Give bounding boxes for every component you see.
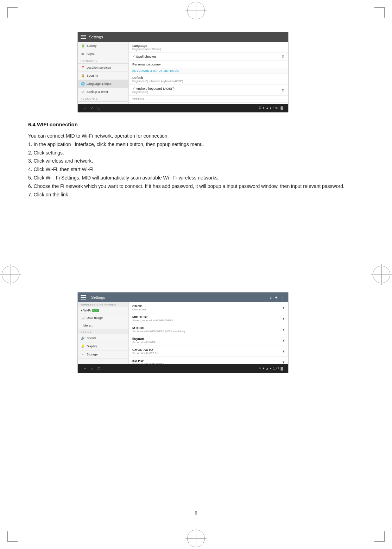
storage-icon: ≡ [81,352,85,356]
spellcheck-label: ✓ Spell checker [132,55,156,58]
content-spellcheck-item[interactable]: ✓ Spell checker ⚙ [129,53,288,61]
recents-button[interactable]: □ [98,106,100,110]
keyboard-section-label: KEYBOARD & INPUT METHODS [129,68,288,74]
back-button[interactable]: ← [83,106,87,110]
midtest-info: MID TEST Saved, secured with WPA/WPA2 [132,315,173,322]
bdhw-info: BD HW Secured with WPA/WPA2... [132,359,166,364]
aosp-sub: English (US) [132,90,175,94]
page-number: 9 [192,509,200,517]
screen1-sidebar: 🔋 Battery ⊞ Apps PERSONAL 📍 Location ser… [78,42,129,104]
sidebar-item-language[interactable]: 🌐 Language & input [78,80,128,88]
language-value: English (United States) [132,48,285,51]
battery-icon: 🔋 [81,44,85,48]
sidebar-wifi-item[interactable]: ▾ Wi-Fi ON [78,307,128,314]
home-button[interactable]: ○ [91,106,94,110]
cmcc-name: CMCC [132,304,146,308]
content-default-item[interactable]: Default English (US) - Android keyboard … [129,74,288,85]
corner-mark-tl [7,7,18,18]
aosp-settings-icon: ⚙ [282,88,285,92]
display-icon: 💡 [81,344,85,348]
crosshair-top [187,2,205,19]
add-icon: + [275,295,278,300]
more-label: More... [83,324,93,327]
dict-label: Personal dictionary [132,62,285,66]
content-speech-item[interactable]: SPEECH [129,96,288,103]
language-icon: 🌐 [81,82,85,86]
back-button2[interactable]: ← [83,366,87,371]
corner-mark-br [374,531,385,542]
sidebar-item-apps[interactable]: ⊞ Apps [78,50,128,58]
battery-status2: ▓ [280,367,283,370]
corner-mark-bl [7,531,18,542]
hline-tr2 [369,60,392,60]
wifi-network-mtccs[interactable]: MTCCS Secured with WPA/WPA2 (WPS availab… [129,324,288,335]
sidebar-security-label: Security [87,74,98,77]
wifi-network-bdhw[interactable]: BD HW Secured with WPA/WPA2... ▾ [129,357,288,364]
wifi-network-cmcc[interactable]: CMCC Connected ▾ [129,302,288,313]
data-usage-label: Data usage [87,316,103,320]
sidebar-item-battery[interactable]: 🔋 Battery [78,42,128,50]
wifi-network-liuyuan[interactable]: liuyuan Secured with WPA ▾ [129,335,288,346]
hline-tl [0,32,28,32]
midtest-signal: ▾ [283,316,285,321]
recents-button2[interactable]: □ [98,366,100,371]
default-label: Default [132,76,285,80]
more-icon: ⋮ [280,295,285,300]
clock: 1:48 [273,106,279,110]
sidebar-apps-label: Apps [87,52,94,56]
bdhw-name: BD HW [132,359,166,362]
sidebar-item-location[interactable]: 📍 Location services [78,64,128,72]
sidebar-item-backup[interactable]: ↺ Backup & reset [78,88,128,96]
default-value: English (US) - Android keyboard (AOSP) [132,80,285,83]
sidebar-more[interactable]: More... [78,322,128,329]
storage-label: Storage [87,353,98,356]
language-label: Language [132,44,285,48]
lock-icon: 🔒 [81,74,85,78]
wifi-network-cmcc-auto[interactable]: CMCC-AUTO Secured with 802.1x ▾ [129,346,288,357]
wifi-network-midtest[interactable]: MID TEST Saved, secured with WPA/WPA2 ▾ [129,313,288,324]
screen2-sidebar: WIRELESS & NETWORKS ▾ Wi-Fi ON 📊 Data us… [78,302,129,364]
screen1-body: 🔋 Battery ⊞ Apps PERSONAL 📍 Location ser… [78,42,288,104]
headphone-icon: ♪ [270,295,272,300]
sound-label: Sound [87,336,96,340]
content-dict-item[interactable]: Personal dictionary [129,61,288,68]
aosp-label: ✓ Android keyboard (AOSP) [132,87,175,90]
sidebar-item-security[interactable]: 🔒 Security [78,72,128,80]
sidebar-sound[interactable]: 🔊 Sound [78,334,128,342]
cmcc-auto-signal: ▾ [283,349,285,354]
sidebar-battery-label: Battery [87,44,97,48]
sidebar-location-label: Location services [87,66,111,69]
para-6: 6. Choose the Fi network which you want … [28,182,364,191]
sidebar-data-usage[interactable]: 📊 Data usage [78,314,128,322]
sidebar-accounts-section: ACCOUNTS [78,96,128,102]
crosshair-left [2,266,19,283]
sidebar-display[interactable]: 💡 Display [78,342,128,351]
mtccs-sub: Secured with WPA/WPA2 (WPS available) [132,330,185,333]
cmcc-auto-info: CMCC-AUTO Secured with 802.1x [132,348,158,355]
para-4: 4. Click Wi-Fi, then start Wi-Fi [28,165,364,174]
wifi-icon: ▾ [81,309,82,312]
para-7: 7. Click on the link [28,191,364,199]
para-2: 2. Click settings. [28,149,364,157]
crosshair-bottom [187,530,205,547]
status-bar: ⠿ ✦ ▲ ● 1:48 ▓ [259,106,283,110]
cmcc-auto-name: CMCC-AUTO [132,348,158,352]
cmcc-sub: Connected [132,308,146,311]
midtest-sub: Saved, secured with WPA/WPA2 [132,319,173,322]
data-icon: 📊 [81,316,85,320]
mtccs-name: MTCCS [132,326,185,330]
content-language-item[interactable]: Language English (United States) [129,42,288,53]
display-label: Display [87,345,97,348]
content-aosp-item[interactable]: ✓ Android keyboard (AOSP) English (US) ⚙ [129,85,288,96]
sidebar-language-label: Language & input [87,82,112,86]
sidebar-storage[interactable]: ≡ Storage [78,351,128,359]
wifi-on-badge: ON [92,309,99,312]
device-section-header: DEVICE [78,329,128,334]
cmcc-auto-sub: Secured with 802.1x [132,352,158,355]
apps-icon: ⊞ [81,52,85,56]
sidebar-backup-label: Backup & reset [87,90,108,94]
battery-status: ▓ [280,106,283,110]
home-button2[interactable]: ○ [91,366,94,371]
screenshot2-wifi: Settings ♪ + ⋮ WIRELESS & NETWORKS ▾ Wi-… [77,292,289,373]
crosshair-right [373,266,390,283]
